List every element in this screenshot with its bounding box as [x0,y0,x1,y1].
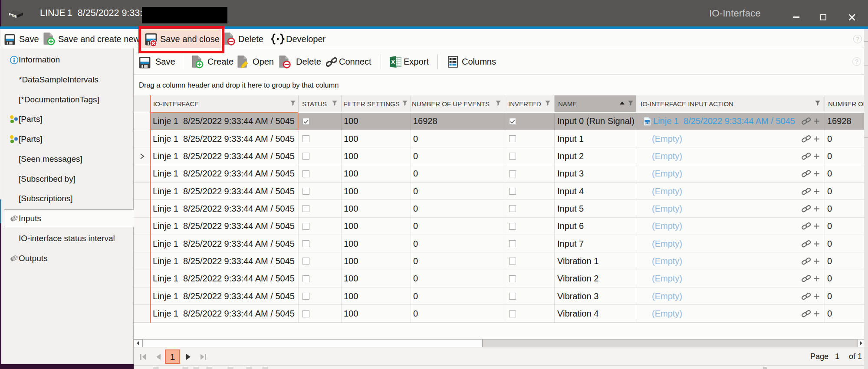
svg-text:X: X [391,59,395,65]
